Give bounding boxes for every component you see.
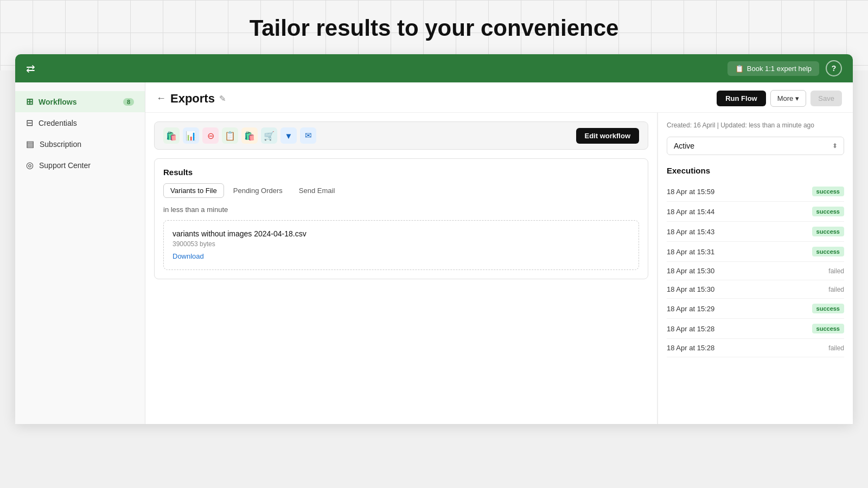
file-name: variants without images 2024-04-18.csv <box>173 229 630 238</box>
execution-row: 18 Apr at 15:28success <box>667 319 844 339</box>
book-expert-label: Book 1:1 expert help <box>747 65 812 73</box>
result-tab-variants[interactable]: Variants to File <box>163 183 224 198</box>
workflow-left-panel: 🛍️ 📊 ⊖ 📋 🛍️ <box>145 113 658 424</box>
more-button[interactable]: More ▾ <box>770 90 807 107</box>
top-bar-right: 📋 Book 1:1 expert help ? <box>727 60 842 76</box>
edit-workflow-button[interactable]: Edit workflow <box>576 128 640 144</box>
execution-status-badge: failed <box>828 286 844 293</box>
save-button[interactable]: Save <box>810 91 842 106</box>
sidebar-item-support-label: Support Center <box>39 161 91 170</box>
step-icon-email: ✉ <box>300 127 316 144</box>
info-panel: Created: 16 April | Updated: less than a… <box>658 113 853 424</box>
execution-time: 18 Apr at 15:44 <box>667 208 714 216</box>
results-panel: Results Variants to File Pending Orders … <box>154 158 648 279</box>
execution-time: 18 Apr at 15:43 <box>667 228 714 236</box>
executions-title: Executions <box>667 166 844 175</box>
book-expert-button[interactable]: 📋 Book 1:1 expert help <box>727 61 819 76</box>
workflows-icon: ⊞ <box>26 97 33 107</box>
step-icon-shopify-orange: 🛍️ <box>241 127 258 144</box>
main-content: ← Exports ✎ Run Flow More ▾ Save <box>145 82 853 424</box>
execution-row: 18 Apr at 15:28failed <box>667 339 844 357</box>
execution-status-badge: success <box>812 247 844 256</box>
step-icon-shopify-blue: 📊 <box>183 127 199 144</box>
top-bar: ⇄ 📋 Book 1:1 expert help ? <box>15 54 853 82</box>
execution-time: 18 Apr at 15:29 <box>667 305 714 313</box>
results-title: Results <box>163 168 639 177</box>
download-link[interactable]: Download <box>173 252 204 260</box>
execution-time: 18 Apr at 15:28 <box>667 325 714 333</box>
execution-status-badge: success <box>812 207 844 216</box>
run-flow-button[interactable]: Run Flow <box>717 91 766 106</box>
execution-row: 18 Apr at 15:30failed <box>667 262 844 280</box>
execution-status-badge: failed <box>828 344 844 352</box>
credentials-icon: ⊟ <box>26 118 33 128</box>
execution-time: 18 Apr at 15:28 <box>667 344 714 352</box>
execution-status-badge: success <box>812 187 844 196</box>
step-icon-minus: ⊖ <box>202 127 219 144</box>
execution-status-badge: success <box>812 304 844 313</box>
help-icon: ? <box>832 64 837 73</box>
sidebar-item-credentials-label: Credentials <box>39 119 77 127</box>
more-label: More <box>777 94 794 102</box>
info-meta: Created: 16 April | Updated: less than a… <box>667 121 844 129</box>
execution-time: 18 Apr at 15:30 <box>667 267 714 275</box>
sidebar-item-subscription-label: Subscription <box>40 140 81 149</box>
execution-row: 18 Apr at 15:44success <box>667 202 844 222</box>
execution-status-badge: success <box>812 324 844 333</box>
execution-time: 18 Apr at 15:30 <box>667 285 714 293</box>
page-title-area: Tailor results to your convenience <box>0 0 868 54</box>
back-button[interactable]: ← <box>156 93 166 104</box>
step-icon-filter-green: 📋 <box>222 127 238 144</box>
execution-status-badge: failed <box>828 267 844 275</box>
execution-row: 18 Apr at 15:29success <box>667 299 844 319</box>
workflow-header: ← Exports ✎ Run Flow More ▾ Save <box>145 82 853 113</box>
file-card: variants without images 2024-04-18.csv 3… <box>163 220 639 270</box>
result-tab-send-email[interactable]: Send Email <box>292 183 342 198</box>
result-tab-pending-orders[interactable]: Pending Orders <box>226 183 290 198</box>
app-logo-icon: ⇄ <box>26 62 35 75</box>
workflow-actions: Run Flow More ▾ Save <box>717 90 842 107</box>
book-icon: 📋 <box>735 65 744 73</box>
execution-status-badge: success <box>812 227 844 236</box>
workflow-title-area: ← Exports ✎ <box>156 92 226 106</box>
execution-row: 18 Apr at 15:31success <box>667 242 844 262</box>
execution-row: 18 Apr at 15:30failed <box>667 280 844 299</box>
more-chevron-icon: ▾ <box>795 94 799 102</box>
execution-time: 18 Apr at 15:59 <box>667 188 714 196</box>
workflows-badge: 8 <box>123 98 134 106</box>
content-layout: ⊞ Workflows 8 ⊟ Credentials ▤ Subscripti… <box>15 82 853 424</box>
step-icon-shopify-green: 🛍️ <box>163 127 180 144</box>
step-icons-list: 🛍️ 📊 ⊖ 📋 🛍️ <box>163 127 316 144</box>
execution-row: 18 Apr at 15:43success <box>667 222 844 242</box>
page-title: Tailor results to your convenience <box>0 15 868 41</box>
app-window: ⇄ 📋 Book 1:1 expert help ? ⊞ Workflows 8… <box>15 54 853 424</box>
sidebar-item-support[interactable]: ◎ Support Center <box>15 155 145 176</box>
workflow-title: Exports <box>170 92 215 106</box>
executions-list: 18 Apr at 15:59success18 Apr at 15:44suc… <box>667 182 844 357</box>
support-icon: ◎ <box>26 160 34 170</box>
status-select-wrapper: Active Inactive ⬍ <box>667 137 844 155</box>
sidebar-item-workflows[interactable]: ⊞ Workflows 8 <box>15 91 145 112</box>
subscription-icon: ▤ <box>26 139 34 149</box>
sidebar-item-workflows-label: Workflows <box>39 98 77 106</box>
result-timestamp: in less than a minute <box>163 206 639 214</box>
sidebar: ⊞ Workflows 8 ⊟ Credentials ▤ Subscripti… <box>15 82 145 424</box>
workflow-body: 🛍️ 📊 ⊖ 📋 🛍️ <box>145 113 853 424</box>
edit-title-pencil-button[interactable]: ✎ <box>219 94 226 104</box>
step-icons-bar: 🛍️ 📊 ⊖ 📋 🛍️ <box>154 121 648 150</box>
execution-time: 18 Apr at 15:31 <box>667 248 714 256</box>
sidebar-item-subscription[interactable]: ▤ Subscription <box>15 133 145 155</box>
result-tabs: Variants to File Pending Orders Send Ema… <box>163 183 639 198</box>
sidebar-item-credentials[interactable]: ⊟ Credentials <box>15 112 145 133</box>
execution-row: 18 Apr at 15:59success <box>667 182 844 202</box>
help-button[interactable]: ? <box>826 60 842 76</box>
step-icon-filter-blue: ▼ <box>280 127 297 144</box>
status-select[interactable]: Active Inactive <box>667 137 844 155</box>
file-size: 3900053 bytes <box>173 240 630 248</box>
step-icon-shopify-teal: 🛒 <box>261 127 277 144</box>
